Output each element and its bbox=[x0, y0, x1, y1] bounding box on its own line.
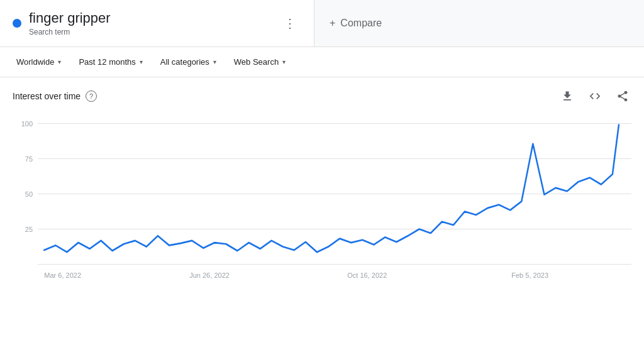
svg-text:25: 25 bbox=[25, 226, 33, 233]
region-filter-button[interactable]: Worldwide ▾ bbox=[10, 53, 67, 70]
top-bar: finger gripper Search term ⋮ + Compare bbox=[0, 0, 644, 47]
term-color-dot bbox=[13, 19, 21, 28]
download-button[interactable] bbox=[558, 87, 576, 105]
region-arrow-icon: ▾ bbox=[58, 58, 61, 65]
svg-text:Mar 6, 2022: Mar 6, 2022 bbox=[44, 271, 81, 279]
svg-text:Feb 5, 2023: Feb 5, 2023 bbox=[511, 271, 548, 279]
chart-header: Interest over time ? bbox=[13, 87, 631, 105]
trend-chart: 100 75 50 25 Mar 6, 2022 Jun 26, 2022 Oc… bbox=[13, 110, 631, 286]
more-options-button[interactable]: ⋮ bbox=[279, 12, 301, 35]
term-name: finger gripper bbox=[29, 10, 279, 26]
chart-container: 100 75 50 25 Mar 6, 2022 Jun 26, 2022 Oc… bbox=[13, 110, 631, 286]
filters-bar: Worldwide ▾ Past 12 months ▾ All categor… bbox=[0, 47, 644, 77]
search-type-arrow-icon: ▾ bbox=[282, 58, 286, 65]
download-icon bbox=[561, 90, 574, 102]
svg-text:50: 50 bbox=[25, 190, 33, 198]
time-label: Past 12 months bbox=[79, 57, 135, 67]
search-type-filter-button[interactable]: Web Search ▾ bbox=[228, 53, 292, 70]
help-icon[interactable]: ? bbox=[86, 90, 97, 102]
category-arrow-icon: ▾ bbox=[213, 58, 216, 65]
chart-actions bbox=[558, 87, 631, 105]
compare-button[interactable]: + Compare bbox=[330, 18, 382, 29]
search-type-label: Web Search bbox=[234, 57, 279, 67]
compare-plus-icon: + bbox=[330, 18, 335, 29]
time-arrow-icon: ▾ bbox=[140, 58, 143, 65]
embed-icon bbox=[589, 90, 601, 102]
search-term-section: finger gripper Search term ⋮ bbox=[0, 0, 314, 47]
compare-label: Compare bbox=[340, 18, 382, 29]
category-filter-button[interactable]: All categories ▾ bbox=[154, 53, 223, 70]
time-filter-button[interactable]: Past 12 months ▾ bbox=[72, 53, 148, 70]
share-icon bbox=[616, 90, 629, 102]
svg-text:Oct 16, 2022: Oct 16, 2022 bbox=[347, 271, 387, 279]
chart-title-group: Interest over time ? bbox=[13, 90, 97, 102]
term-label: Search term bbox=[29, 28, 279, 36]
svg-text:75: 75 bbox=[25, 155, 33, 163]
svg-text:Jun 26, 2022: Jun 26, 2022 bbox=[189, 271, 230, 279]
share-button[interactable] bbox=[614, 87, 631, 105]
chart-title: Interest over time bbox=[13, 91, 80, 101]
chart-section: Interest over time ? bbox=[0, 77, 644, 296]
svg-text:100: 100 bbox=[21, 120, 33, 128]
term-text: finger gripper Search term bbox=[29, 10, 279, 36]
embed-button[interactable] bbox=[586, 87, 604, 105]
category-label: All categories bbox=[160, 57, 209, 67]
region-label: Worldwide bbox=[16, 57, 54, 67]
compare-section: + Compare bbox=[314, 0, 644, 47]
